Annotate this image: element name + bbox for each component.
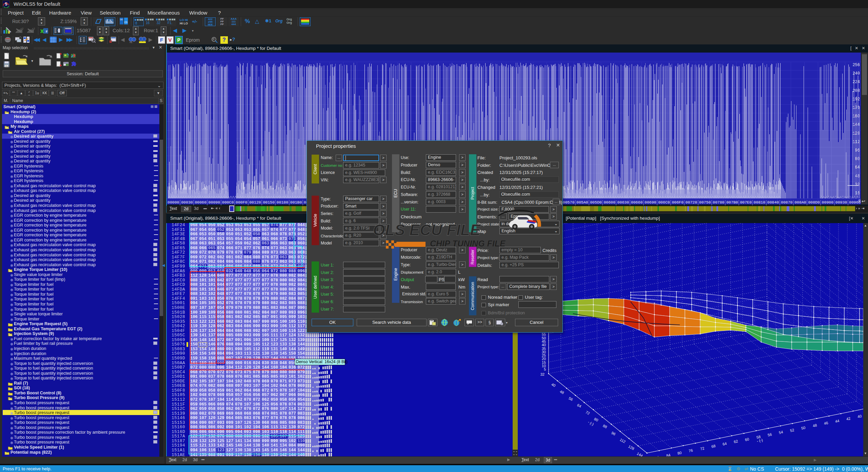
svg-text:48: 48 [812,423,817,428]
svg-text:48: 48 [855,174,860,179]
svg-text:56: 56 [767,432,772,437]
svg-text:50: 50 [801,426,806,430]
svg-text:F: F [46,30,48,33]
svg-text:00: 00 [120,18,123,21]
svg-text:+2: +2 [20,27,24,30]
svg-text:OLS ECU FILE: OLS ECU FILE [373,221,481,239]
svg-text:64: 64 [722,441,727,446]
svg-text:5: 5 [5,1,7,6]
svg-text:84: 84 [666,453,671,456]
svg-text:32: 32 [157,21,161,25]
svg-text:CHIP TUNING FILE: CHIP TUNING FILE [430,239,506,248]
svg-text:128: 128 [852,131,860,136]
svg-text:40: 40 [857,414,862,419]
svg-text:CD: CD [124,21,127,23]
svg-text:5: 5 [544,367,546,371]
svg-text:72: 72 [700,446,705,451]
svg-text:96: 96 [855,148,860,153]
svg-text:72: 72 [585,410,590,415]
svg-text:96: 96 [611,431,616,436]
svg-text:76: 76 [688,448,693,453]
svg-text:112: 112 [852,140,860,144]
svg-text:44: 44 [835,419,840,424]
svg-text:54: 54 [778,430,783,435]
svg-text:88: 88 [655,455,659,456]
svg-text:128: 128 [628,444,635,451]
svg-text:46: 46 [824,421,828,426]
svg-text:+2: +2 [32,27,35,30]
svg-text:144: 144 [636,451,644,456]
svg-text:80: 80 [593,417,599,422]
svg-text:32: 32 [540,372,545,376]
svg-text:144: 144 [852,122,860,127]
svg-text:F1.: F1. [167,21,172,25]
svg-text:- (-): - (-) [587,420,594,426]
svg-text:16: 16 [855,191,860,196]
svg-text:8: 8 [135,21,137,25]
svg-text:80: 80 [855,157,860,161]
svg-text:68: 68 [711,444,716,449]
svg-text:60: 60 [745,437,749,442]
svg-text:160: 160 [852,114,860,119]
svg-text:256: 256 [852,63,860,67]
svg-text:192: 192 [852,97,860,102]
svg-text:OLS: OLS [5,65,9,67]
svg-text:52: 52 [790,428,794,433]
svg-text:64: 64 [855,165,860,170]
svg-text:64: 64 [576,403,582,408]
svg-text:208: 208 [852,88,860,93]
svg-text:88: 88 [602,424,608,429]
svg-text:16: 16 [146,21,150,25]
svg-text:80: 80 [677,451,682,455]
svg-text:42: 42 [846,416,851,421]
svg-text:48: 48 [559,389,565,395]
svg-text:112: 112 [619,437,626,444]
svg-text:62: 62 [733,439,738,444]
svg-text:224: 224 [852,80,860,84]
svg-text:- (-): - (-) [756,438,763,443]
svg-text:32: 32 [855,182,860,187]
svg-text:176: 176 [852,105,860,110]
svg-text:HE..: HE.. [130,41,134,43]
svg-text:40: 40 [551,382,556,388]
svg-text:240: 240 [852,71,860,76]
svg-text:56: 56 [568,396,573,401]
